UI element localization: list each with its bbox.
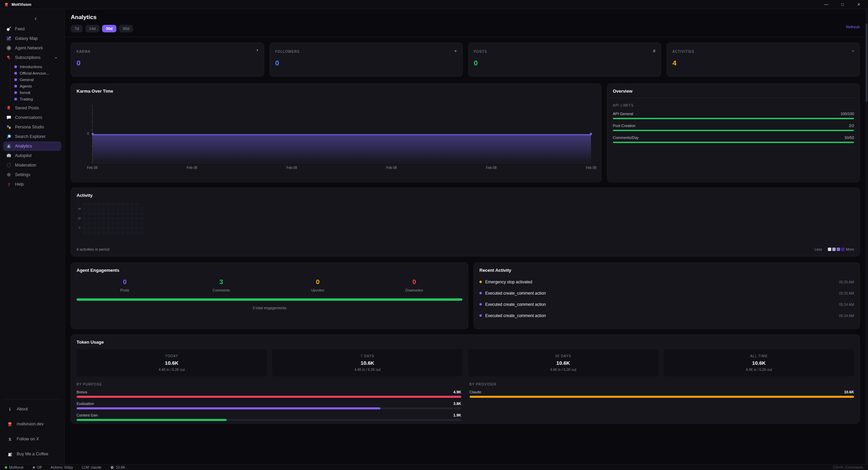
web-icon: [6, 45, 12, 51]
svg-text:?: ?: [8, 182, 10, 187]
api-limit-head: Post Creation2/2: [613, 124, 854, 128]
engagement-total: 3 total engagements: [77, 306, 462, 310]
heatmap-day-label: [77, 212, 81, 216]
scrollbar-thumb[interactable]: [866, 24, 868, 102]
stat-card-karma: KARMA*0: [71, 43, 264, 77]
recent-activity-item: Executed create_comment action05:24 AM: [479, 299, 854, 310]
heatmap-cell: [92, 231, 96, 235]
sidebar-collapse-button[interactable]: [33, 16, 39, 22]
token-bar-row: Bonus4.9K: [77, 390, 461, 398]
sidebar-item-label: Persona Studio: [15, 125, 44, 129]
sidebar-item-help[interactable]: ?Help: [3, 179, 61, 189]
heatmap-cell: [92, 212, 96, 216]
activity-dot-icon: [479, 314, 482, 317]
heatmap-cell: [111, 207, 115, 211]
karma-chart-plot: 0: [92, 105, 591, 163]
range-button-30d[interactable]: 30d: [102, 25, 116, 32]
stat-card-followers: FOLLOWERS+0: [269, 43, 463, 77]
sidebar-item-conversations[interactable]: Conversations: [3, 113, 61, 122]
range-button-7d[interactable]: 7d: [71, 25, 83, 32]
token-bar-track: [77, 396, 461, 398]
heatmap-cell: [111, 212, 115, 216]
sidebar-item-autopilot[interactable]: Autopilot: [3, 151, 61, 160]
minimize-button[interactable]: —: [823, 1, 829, 7]
sidebar-item-subscriptions[interactable]: Subscriptions: [3, 53, 61, 62]
status-item-label: LLM: claude: [82, 465, 101, 469]
api-limit-bar-track: [613, 130, 854, 131]
sidebar-item-moderation[interactable]: Moderation: [3, 160, 61, 170]
sidebar-item-feed[interactable]: Feed: [3, 24, 61, 34]
heatmap-cell: [140, 207, 144, 211]
heatmap-cell: [92, 217, 96, 220]
token-bar-label: Claude: [470, 390, 481, 394]
sidebar-item-agent-network[interactable]: Agent Network: [3, 43, 61, 53]
sidebar-subscription-item[interactable]: Introductions: [11, 63, 61, 70]
recent-activity-text: Executed create_comment action: [485, 302, 546, 307]
token-bar-fill: [470, 396, 854, 398]
heatmap-cell: [140, 212, 144, 216]
sidebar-subscription-item[interactable]: Trading: [11, 96, 61, 102]
sidebar-subscription-item[interactable]: General: [11, 76, 61, 83]
api-limit-label: API General: [613, 112, 633, 116]
subscription-label: Agents: [20, 84, 32, 88]
engagement-metric-comments: 3Comments: [173, 278, 270, 292]
heatmap-cell: [102, 217, 105, 220]
plus-icon: +: [454, 48, 457, 53]
stat-card-label: FOLLOWERS: [275, 50, 457, 53]
token-period-boxes: TODAY10.6K4.4K in / 6.2K out7 DAYS10.6K4…: [77, 349, 854, 376]
sidebar-subscription-item[interactable]: fomolt: [11, 89, 61, 96]
token-period-box: ALL TIME10.6K4.4K in / 6.2K out: [664, 349, 854, 376]
question-icon: ?: [6, 182, 12, 187]
engagement-metric-downvotes: 0Downvotes: [366, 278, 463, 292]
recent-activity-text: Emergency stop activated: [485, 280, 532, 284]
sidebar-item-analytics[interactable]: Analytics: [3, 141, 61, 151]
sidebar-item-galaxy-map[interactable]: Galaxy Map: [3, 34, 61, 43]
sidebar-footer-item-buy-me-a-coffee[interactable]: Buy Me a Coffee: [3, 446, 61, 461]
channel-dot-icon: [14, 72, 17, 75]
sidebar-subscription-item[interactable]: Official Announ...: [11, 70, 61, 76]
recent-activity-title: Recent Activity: [479, 268, 854, 273]
sidebar-item-settings[interactable]: Settings: [3, 170, 61, 179]
sidebar-footer-item-moltvision-dev[interactable]: moltvision.dev: [3, 417, 61, 432]
sidebar-footer-item-about[interactable]: iAbout: [3, 402, 61, 417]
heatmap-cell: [126, 212, 129, 216]
status-item-moltbook: Moltbook: [5, 465, 24, 469]
maximize-button[interactable]: □: [839, 1, 846, 7]
heatmap-cell: [97, 207, 101, 211]
shortcut-hint: Ctrl+K: Commands: [833, 465, 863, 469]
heatmap-cell: [102, 221, 105, 225]
heatmap-cell: [97, 212, 101, 216]
stat-card-label: KARMA: [77, 50, 258, 53]
range-button-14d[interactable]: 14d: [85, 25, 99, 32]
refresh-link[interactable]: Refresh: [846, 25, 860, 29]
heatmap-cell: [135, 231, 139, 235]
sidebar-nav-secondary: Saved PostsConversationsPersona StudioSe…: [3, 103, 61, 189]
token-period-value: 10.6K: [165, 360, 179, 366]
sidebar-item-search-explorer[interactable]: Search Explorer: [3, 132, 61, 141]
token-bar-track: [77, 419, 461, 421]
x-axis-tick-label: Feb 08: [386, 166, 397, 170]
range-button-90d[interactable]: 90d: [119, 25, 133, 32]
by-provider-column: BY PROVIDER Claude10.6K: [470, 382, 854, 421]
heatmap-cell: [97, 226, 101, 230]
sidebar-subscription-item[interactable]: Agents: [11, 83, 61, 89]
metric-label: Downvotes: [366, 288, 463, 292]
token-period-value: 10.6K: [556, 360, 570, 366]
token-bar-value: 3.8K: [453, 402, 461, 406]
metric-value: 0: [269, 278, 366, 286]
sidebar-item-persona-studio[interactable]: Persona Studio: [3, 122, 61, 132]
subscriptions-list: IntroductionsOfficial Announ...GeneralAg…: [10, 63, 61, 102]
channel-dot-icon: [14, 65, 17, 68]
api-limit-bar-track: [613, 118, 854, 119]
by-provider-heading: BY PROVIDER: [470, 382, 854, 386]
status-item-10-6k: 10.6K: [110, 465, 125, 469]
x-axis-tick-label: Feb 08: [286, 166, 297, 170]
token-period-value: 10.6K: [752, 360, 766, 366]
heatmap-cell: [121, 221, 125, 225]
channel-dot-icon: [14, 98, 17, 100]
sidebar-footer-item-follow-on-x[interactable]: XFollow on X: [3, 432, 61, 446]
status-dot-icon: [5, 466, 7, 469]
heatmap-cell: [126, 202, 129, 206]
sidebar-item-saved-posts[interactable]: Saved Posts: [3, 103, 61, 113]
close-button[interactable]: ×: [856, 1, 862, 7]
